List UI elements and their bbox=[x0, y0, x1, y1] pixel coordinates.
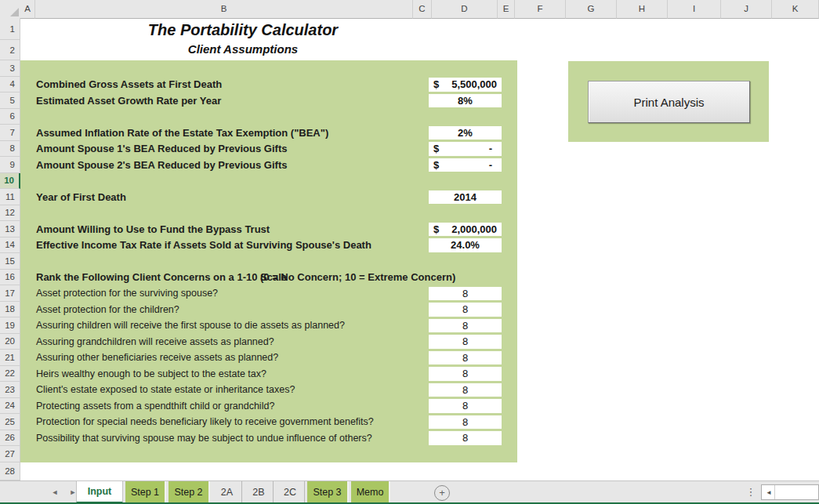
column-header-g[interactable]: G bbox=[566, 0, 617, 19]
concern-label-row-19: Assuring children will receive the first… bbox=[36, 317, 345, 334]
row-header-4[interactable]: 4 bbox=[0, 77, 20, 93]
row-header-20[interactable]: 20 bbox=[0, 334, 20, 350]
row-header-13[interactable]: 13 bbox=[0, 221, 20, 237]
concern-value-row-21[interactable]: 8 bbox=[429, 351, 502, 365]
row-header-9[interactable]: 9 bbox=[0, 157, 20, 173]
row-header-17[interactable]: 17 bbox=[0, 285, 20, 302]
concern-value-row-19[interactable]: 8 bbox=[429, 319, 502, 333]
field-label-row-8: Amount Spouse 1's BEA Reduced by Previou… bbox=[36, 141, 287, 158]
concern-value-row-24[interactable]: 8 bbox=[429, 399, 502, 413]
row-header-28[interactable]: 28 bbox=[0, 462, 20, 481]
page-subtitle: Client Assumptions bbox=[35, 40, 451, 60]
concern-value-row-20[interactable]: 8 bbox=[429, 335, 502, 349]
field-value-row-9[interactable]: $- bbox=[429, 158, 502, 172]
row-header-26[interactable]: 26 bbox=[0, 430, 20, 447]
field-label-row-4: Combined Gross Assets at First Death bbox=[36, 77, 222, 93]
tab-scroll-left-icon[interactable]: ◄ bbox=[49, 481, 60, 503]
column-header-h[interactable]: H bbox=[617, 0, 668, 19]
field-value-row-5[interactable]: 8% bbox=[429, 94, 502, 108]
sheet-tab-step-3[interactable]: Step 3 bbox=[307, 481, 349, 503]
row-header-1[interactable]: 1 bbox=[0, 18, 20, 40]
field-value-row-8[interactable]: $- bbox=[429, 142, 502, 156]
field-value-row-13[interactable]: $2,000,000 bbox=[429, 223, 502, 237]
sheet-tab-step-1[interactable]: Step 1 bbox=[125, 481, 166, 503]
row-header-25[interactable]: 25 bbox=[0, 414, 20, 430]
row-header-19[interactable]: 19 bbox=[0, 317, 20, 334]
concern-value-row-18[interactable]: 8 bbox=[429, 303, 502, 317]
concern-value-row-23[interactable]: 8 bbox=[429, 383, 502, 397]
sheet-tab-step-2[interactable]: Step 2 bbox=[169, 481, 210, 503]
field-value-row-11[interactable]: 2014 bbox=[429, 190, 502, 205]
print-panel: Print Analysis bbox=[568, 61, 769, 142]
row-header-11[interactable]: 11 bbox=[0, 189, 20, 205]
concern-value-row-17[interactable]: 8 bbox=[429, 287, 502, 301]
concern-label-row-25: Protection for special needs beneficiary… bbox=[36, 414, 374, 430]
sheet-tab-bar: ◄ ► InputStep 1Step 22A2B2CStep 3Memo + … bbox=[0, 480, 819, 502]
concern-label-row-21: Assuring other beneficiaries receive ass… bbox=[36, 350, 278, 366]
column-header-c[interactable]: C bbox=[413, 0, 432, 19]
column-header-e[interactable]: E bbox=[498, 0, 515, 19]
row-header-5[interactable]: 5 bbox=[0, 92, 20, 109]
concern-label-row-26: Possibility that surviving spouse may be… bbox=[36, 430, 372, 447]
new-sheet-button[interactable]: + bbox=[434, 485, 450, 501]
column-header-j[interactable]: J bbox=[721, 0, 772, 19]
tabbar-resize-grip-icon[interactable]: ⋮ bbox=[745, 484, 756, 500]
field-value-row-4[interactable]: $5,500,000 bbox=[429, 78, 502, 92]
sheet-tab-input[interactable]: Input bbox=[76, 481, 123, 503]
row-header-8[interactable]: 8 bbox=[0, 141, 20, 158]
horizontal-scrollbar[interactable]: ◄ bbox=[761, 484, 819, 500]
row-header-21[interactable]: 21 bbox=[0, 350, 20, 366]
row-header-12[interactable]: 12 bbox=[0, 205, 20, 222]
concern-label-row-22: Heirs wealthy enough to be subject to th… bbox=[36, 366, 266, 383]
concern-label-row-23: Client's estate exposed to state estate … bbox=[36, 382, 295, 398]
rank-heading-note: (0 = No Concern; 10 = Extreme Concern) bbox=[260, 270, 455, 286]
select-all-triangle-icon bbox=[10, 8, 19, 16]
row-header-2[interactable]: 2 bbox=[0, 40, 20, 60]
row-header-15[interactable]: 15 bbox=[0, 253, 20, 270]
column-header-k[interactable]: K bbox=[772, 0, 819, 19]
concern-label-row-20: Assuring grandchildren will receive asse… bbox=[36, 334, 274, 350]
field-label-row-14: Effective Income Tax Rate if Assets Sold… bbox=[36, 237, 371, 254]
excel-workbook-window: ABCDEFGHIJK 1234567891011121314151617181… bbox=[0, 0, 819, 504]
concern-value-row-22[interactable]: 8 bbox=[429, 367, 502, 381]
column-header-f[interactable]: F bbox=[515, 0, 566, 19]
sheet-tab-2c[interactable]: 2C bbox=[276, 481, 305, 503]
row-header-14[interactable]: 14 bbox=[0, 237, 20, 254]
row-header-7[interactable]: 7 bbox=[0, 125, 20, 141]
row-header-23[interactable]: 23 bbox=[0, 382, 20, 398]
field-label-row-11: Year of First Death bbox=[36, 189, 126, 205]
concern-label-row-18: Asset protection for the children? bbox=[36, 302, 179, 318]
select-all-corner[interactable] bbox=[0, 0, 21, 19]
column-header-a[interactable]: A bbox=[20, 0, 35, 19]
column-header-i[interactable]: I bbox=[668, 0, 721, 19]
field-value-row-14[interactable]: 24.0% bbox=[429, 238, 502, 252]
concern-value-row-26[interactable]: 8 bbox=[429, 431, 502, 445]
concern-label-row-17: Asset protection for the surviving spous… bbox=[36, 285, 218, 302]
field-label-row-5: Estimated Asset Growth Rate per Year bbox=[36, 92, 221, 109]
row-header-6[interactable]: 6 bbox=[0, 109, 20, 125]
page-title: The Portability Calculator bbox=[35, 18, 451, 40]
row-header-3[interactable]: 3 bbox=[0, 60, 20, 77]
field-label-row-13: Amount Willing to Use to Fund the Bypass… bbox=[36, 221, 270, 237]
row-header-22[interactable]: 22 bbox=[0, 366, 20, 383]
concern-value-row-25[interactable]: 8 bbox=[429, 415, 502, 430]
scrollbar-left-arrow-icon[interactable]: ◄ bbox=[763, 485, 775, 499]
sheet-tab-2b[interactable]: 2B bbox=[245, 481, 274, 503]
column-header-b[interactable]: B bbox=[35, 0, 413, 19]
field-value-row-7[interactable]: 2% bbox=[429, 126, 502, 140]
field-label-row-7: Assumed Inflation Rate of the Estate Tax… bbox=[36, 125, 328, 141]
concern-label-row-24: Protecting assets from a spendthift chil… bbox=[36, 398, 274, 415]
row-header-24[interactable]: 24 bbox=[0, 398, 20, 415]
column-header-d[interactable]: D bbox=[432, 0, 498, 19]
rank-heading: Rank the Following Client Concerns on a … bbox=[36, 270, 287, 286]
sheet-tab-memo[interactable]: Memo bbox=[351, 481, 390, 503]
row-header-27[interactable]: 27 bbox=[0, 446, 20, 462]
row-header-18[interactable]: 18 bbox=[0, 302, 20, 318]
sheet-tab-2a[interactable]: 2A bbox=[212, 481, 242, 503]
row-header-10[interactable]: 10 bbox=[0, 173, 20, 190]
row-header-16[interactable]: 16 bbox=[0, 270, 20, 286]
print-analysis-button[interactable]: Print Analysis bbox=[588, 81, 750, 123]
field-label-row-9: Amount Spouse 2's BEA Reduced by Previou… bbox=[36, 157, 287, 173]
